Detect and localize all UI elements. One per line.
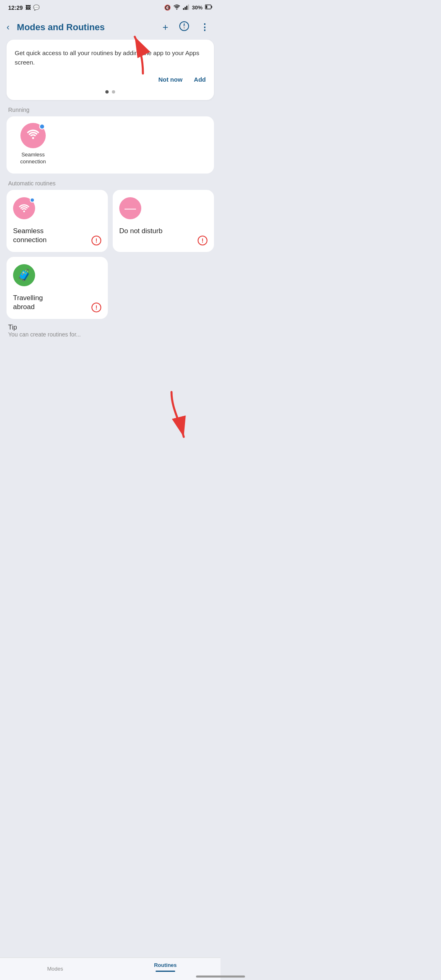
- not-now-button[interactable]: Not now: [158, 74, 183, 85]
- status-right: 🔇 30%: [164, 4, 212, 11]
- status-bar: 12:29 🖼 💬 🔇: [0, 0, 220, 13]
- header: ‹ Modes and Routines + ⋮: [0, 13, 220, 40]
- tip-section: Tip You can create routines for...: [8, 324, 214, 338]
- travel-warning-icon: !: [91, 303, 101, 312]
- svg-rect-3: [186, 6, 187, 10]
- dot-2: [112, 90, 115, 94]
- dot-1: [105, 90, 109, 94]
- mute-icon: 🔇: [164, 4, 171, 11]
- travel-icon: 🧳: [13, 264, 35, 286]
- dnd-warning-icon: !: [198, 236, 207, 245]
- battery-percent: 30%: [192, 4, 203, 11]
- svg-point-12: [23, 210, 25, 212]
- banner-text: Get quick access to all your routines by…: [15, 49, 206, 67]
- time: 12:29: [8, 4, 23, 11]
- running-section-label: Running: [8, 107, 214, 113]
- running-item[interactable]: Seamlessconnection: [15, 123, 51, 165]
- wifi-icon: [26, 129, 40, 143]
- seamless-warning-icon: !: [91, 236, 101, 245]
- battery-icon: [205, 4, 212, 11]
- compass-button[interactable]: [176, 19, 193, 36]
- seamless-connection-icon-running: [20, 123, 46, 148]
- more-button[interactable]: ⋮: [197, 20, 212, 34]
- seamless-label-running: Seamlessconnection: [20, 151, 46, 165]
- add-button[interactable]: +: [159, 20, 172, 35]
- gallery-icon: 🖼: [25, 4, 31, 11]
- seamless-active-dot: [30, 198, 35, 203]
- wifi-status-icon: [173, 4, 180, 11]
- minus-icon: —: [125, 202, 136, 215]
- dnd-icon: —: [119, 197, 141, 219]
- tip-label: Tip: [8, 324, 214, 331]
- seamless-card-label: Seamlessconnection: [13, 227, 101, 245]
- banner-card: Get quick access to all your routines by…: [7, 40, 214, 100]
- banner-dots: [15, 90, 206, 94]
- back-button[interactable]: ‹: [7, 20, 13, 34]
- page-title: Modes and Routines: [17, 22, 155, 33]
- running-card: Seamlessconnection: [7, 116, 214, 174]
- svg-rect-6: [212, 6, 212, 8]
- banner-actions: Not now Add: [15, 74, 206, 85]
- tip-text: You can create routines for...: [8, 331, 214, 338]
- travelling-abroad-card[interactable]: 🧳 Travellingabroad !: [7, 257, 108, 319]
- active-dot: [39, 124, 45, 129]
- signal-icon: [183, 4, 189, 11]
- do-not-disturb-card[interactable]: — Do not disturb !: [113, 190, 214, 252]
- status-left: 12:29 🖼 💬: [8, 4, 40, 11]
- svg-rect-4: [188, 4, 189, 10]
- seamless-connection-card[interactable]: Seamlessconnection !: [7, 190, 108, 252]
- arrow-down-annotation: [147, 388, 212, 445]
- seamless-icon: [13, 197, 35, 219]
- svg-rect-7: [206, 6, 207, 9]
- whatsapp-icon: 💬: [33, 4, 40, 11]
- add-button-banner[interactable]: Add: [194, 74, 206, 85]
- svg-rect-1: [183, 8, 184, 10]
- dnd-card-label: Do not disturb: [119, 227, 207, 245]
- svg-point-11: [32, 137, 34, 139]
- luggage-icon: 🧳: [17, 268, 31, 282]
- svg-marker-10: [183, 26, 185, 30]
- auto-routines-label: Automatic routines: [8, 180, 214, 187]
- svg-point-0: [176, 9, 177, 10]
- svg-marker-9: [183, 22, 185, 26]
- routines-grid: Seamlessconnection ! — Do not disturb ! …: [7, 190, 214, 319]
- svg-rect-2: [185, 7, 186, 10]
- travel-card-label: Travellingabroad: [13, 294, 101, 312]
